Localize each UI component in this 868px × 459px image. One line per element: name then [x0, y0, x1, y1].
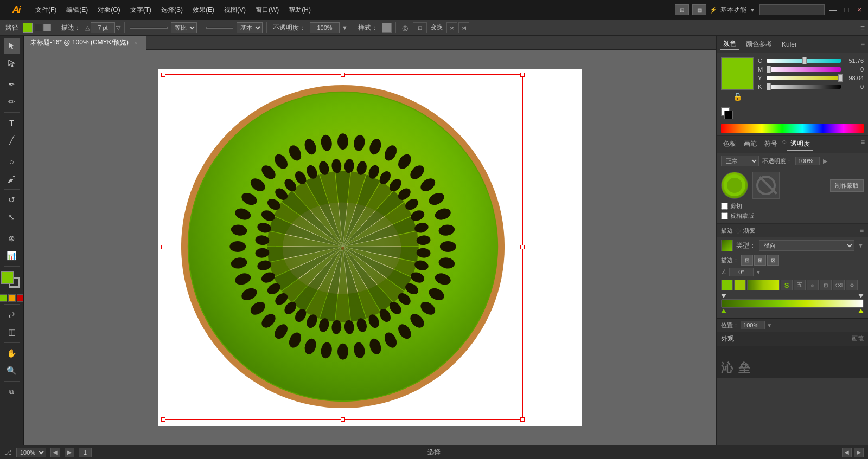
grad-light-green-btn[interactable] [734, 280, 746, 290]
m-thumb[interactable] [767, 66, 771, 73]
layer-thumbnail[interactable] [721, 172, 748, 199]
style-swatch[interactable] [382, 23, 392, 33]
gradient-dropdown[interactable]: ▼ [858, 242, 864, 249]
c-thumb[interactable] [802, 57, 807, 64]
panel-icon[interactable]: ≡ [860, 23, 865, 32]
gradient-bar[interactable] [721, 299, 864, 308]
fill-color-swatch[interactable] [23, 23, 33, 33]
secondary-panel-menu[interactable]: ≡ [861, 138, 865, 151]
tool-reflect[interactable]: ⇄ [4, 307, 20, 323]
menu-view[interactable]: 视图(V) [220, 3, 250, 17]
menu-effect[interactable]: 效果(E) [188, 3, 219, 17]
grad-stop-bot-left[interactable] [721, 309, 726, 313]
grad-stop-bot-right[interactable] [858, 309, 864, 313]
y-slider[interactable] [767, 76, 841, 80]
menu-edit[interactable]: 编辑(E) [62, 3, 92, 17]
tool-warp[interactable]: ⊛ [4, 230, 20, 247]
main-color-box[interactable] [721, 57, 754, 90]
tool-line[interactable]: ╱ [4, 132, 20, 148]
opacity-input[interactable] [310, 22, 340, 33]
blend-mode-select[interactable]: 正常 [721, 156, 759, 166]
canvas-left-btn[interactable]: ◀ [842, 448, 852, 457]
grad-tool4[interactable]: ⌫ [833, 280, 845, 290]
angle-dropdown[interactable]: ▼ [756, 269, 761, 275]
status-icon[interactable]: ⎇ [4, 449, 12, 456]
minimize-button[interactable]: — [829, 5, 838, 14]
line-type-select[interactable]: 等比 [171, 22, 197, 33]
mask-thumbnail[interactable] [752, 172, 780, 199]
canvas-scroll[interactable] [24, 50, 716, 445]
color-panel-menu[interactable]: ≡ [861, 41, 865, 48]
tab-close-btn[interactable]: × [132, 39, 139, 47]
k-slider[interactable] [767, 85, 841, 89]
stroke-swatch2[interactable] [43, 24, 51, 31]
grad-bar-btn[interactable] [747, 280, 780, 290]
opacity-arrow[interactable]: ▶ [823, 158, 827, 165]
position-input[interactable] [741, 321, 765, 329]
workspace-dropdown[interactable]: ▼ [750, 7, 755, 13]
tool-hand[interactable]: ✋ [4, 345, 20, 361]
tool-pencil[interactable]: ✏ [4, 94, 20, 110]
tool-graph[interactable]: 📊 [4, 248, 20, 264]
tab-color-ref[interactable]: 颜色参考 [743, 38, 775, 50]
transform-button[interactable]: 变换 [428, 22, 445, 33]
envelope-icon[interactable]: ⋊ [458, 22, 469, 33]
tool-select[interactable] [4, 38, 20, 54]
stroke-swatch1[interactable] [35, 24, 42, 31]
fill-box[interactable] [1, 271, 14, 284]
outer-panel-menu[interactable]: 画笔 [852, 334, 864, 342]
edge-btn3[interactable]: ⊠ [767, 255, 779, 266]
quick-green[interactable] [0, 294, 7, 302]
menu-window[interactable]: 窗口(W) [251, 3, 283, 17]
close-button[interactable]: × [855, 5, 864, 14]
menu-file[interactable]: 文件(F) [31, 3, 61, 17]
grad-stop-top-right[interactable] [858, 294, 864, 298]
tool-rotate[interactable]: ↺ [4, 192, 20, 208]
opacity-text-input[interactable] [795, 157, 820, 165]
s-icon[interactable]: S [781, 280, 793, 290]
black-swatch[interactable] [724, 111, 733, 119]
tool-artboard[interactable]: ◫ [4, 324, 20, 340]
tab-transparency[interactable]: 透明度 [787, 138, 813, 151]
edge-btn2[interactable]: ⊞ [754, 255, 766, 266]
align-icon[interactable]: ⊡ [413, 22, 427, 33]
stroke-value-input[interactable] [91, 22, 115, 33]
stroke-down-icon[interactable]: ▽ [116, 24, 120, 31]
quick-red[interactable] [17, 294, 24, 302]
angle-input[interactable] [729, 268, 754, 276]
tab-swatches[interactable]: 色板 [720, 138, 739, 151]
warp-icon[interactable]: ⋈ [446, 22, 457, 33]
position-arrow[interactable]: ▼ [767, 322, 772, 328]
tool-scale[interactable]: ⤡ [4, 209, 20, 225]
tool-zoom[interactable]: 🔍 [4, 363, 20, 379]
next-artboard-btn[interactable]: ▶ [65, 448, 74, 457]
gradient-panel-menu[interactable]: ≡ [860, 227, 864, 234]
grad-tool5[interactable]: ⚙ [846, 280, 858, 290]
tab-symbol[interactable]: 符号 [761, 138, 781, 151]
menu-object[interactable]: 对象(O) [93, 3, 124, 17]
search-input[interactable] [760, 4, 825, 15]
tool-layers[interactable]: ⧉ [4, 384, 20, 400]
tool-direct-select[interactable] [4, 55, 20, 72]
grad-stop-top-left[interactable] [721, 294, 726, 298]
layout-icon[interactable]: ▦ [692, 4, 706, 15]
tool-pen[interactable]: ✒ [4, 76, 20, 93]
invert-checkbox[interactable] [721, 212, 728, 219]
kiwi-artwork[interactable] [165, 77, 521, 416]
stroke-up-icon[interactable]: △ [85, 24, 90, 31]
color-spectrum-bar[interactable] [721, 124, 864, 133]
quick-orange[interactable] [8, 294, 16, 302]
make-mask-button[interactable]: 制作蒙版 [830, 179, 864, 192]
zoom-select[interactable]: 100% 50% 200% [16, 448, 46, 457]
gradient-swatch[interactable] [721, 240, 733, 251]
edge-btn1[interactable]: ⊡ [741, 255, 753, 266]
c-slider[interactable] [767, 59, 841, 63]
tool-type[interactable]: T [4, 115, 20, 131]
flash-icon[interactable]: ⚡ [710, 7, 717, 14]
tab-color[interactable]: 颜色 [720, 38, 739, 50]
maximize-button[interactable]: □ [842, 5, 851, 14]
y-thumb[interactable] [838, 74, 843, 82]
document-tab[interactable]: 未标题-16* @ 100% (CMYK/预览) × [24, 36, 146, 50]
grad-tool3[interactable]: ⊡ [820, 280, 832, 290]
tool-brush[interactable]: 🖌 [4, 171, 20, 187]
